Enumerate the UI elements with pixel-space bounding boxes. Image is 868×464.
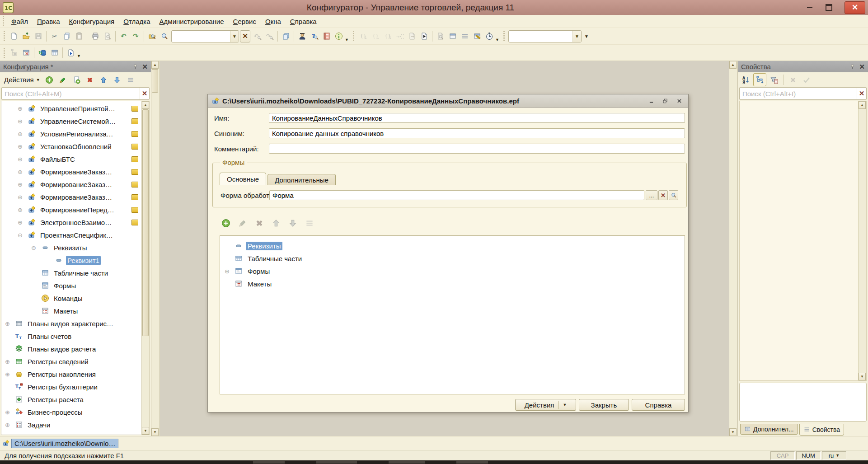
dialog-maximize-button[interactable] (660, 97, 671, 106)
doc-play-button[interactable] (65, 47, 77, 59)
expand-icon[interactable]: ⊕ (17, 105, 28, 112)
tree-item-формированиеперед-[interactable]: ⊕ФормированиеПеред… (1, 203, 142, 216)
window-1-button[interactable] (446, 30, 459, 42)
synonym-field[interactable] (269, 128, 685, 138)
menu-item-правка[interactable]: Правка (33, 16, 65, 27)
tab-additional-forms[interactable]: Дополнительные (267, 174, 336, 185)
menu-item-администрирование[interactable]: Администрирование (155, 16, 229, 27)
expand-icon[interactable]: ⊕ (17, 219, 28, 226)
scroll-down-icon[interactable]: ▼ (142, 427, 149, 435)
doc-find-button[interactable] (434, 30, 446, 42)
expand-icon[interactable]: ⊕ (17, 194, 28, 201)
toolbar-grip[interactable] (502, 31, 506, 41)
expand-icon[interactable]: ⊕ (17, 131, 28, 137)
doc-format-button[interactable] (418, 30, 430, 42)
mdi-vscrollbar-right[interactable]: ▲ ▼ (729, 61, 737, 436)
expand-icon[interactable]: ⊕ (17, 118, 28, 125)
context-combobox[interactable]: ▼ (508, 30, 582, 42)
object-list-item-формы[interactable]: ⊕Формы (220, 265, 685, 277)
mdi-vscrollbar-left[interactable]: ▲ ▼ (151, 61, 160, 436)
expand-icon[interactable]: ⊕ (4, 409, 15, 416)
syntax-check-button[interactable] (296, 30, 308, 42)
tree-item-планы-счетов[interactable]: ТтПланы счетов (1, 330, 142, 342)
scrollbar-thumb[interactable] (142, 109, 149, 336)
menu-item-отладка[interactable]: Отладка (119, 16, 155, 27)
tree-item-регистры-сведений[interactable]: ⊕Регистры сведений (1, 355, 142, 368)
tree-scrollbar[interactable]: ▲ ▼ (141, 101, 150, 435)
tree-item-бизнес-процессы[interactable]: ⊕Бизнес-процессы (1, 406, 142, 418)
tree-item-регистры-бухгалтерии[interactable]: ТтРегистры бухгалтерии (1, 380, 142, 393)
expand-icon[interactable]: ⊕ (4, 320, 15, 327)
close-dialog-button[interactable]: Закрыть (579, 399, 629, 411)
tree-item-макеты[interactable]: Макеты (1, 305, 142, 317)
order-list-button[interactable] (125, 74, 137, 86)
scroll-down-icon[interactable]: ▼ (859, 373, 866, 380)
object-list-item-макеты[interactable]: Макеты (220, 277, 685, 290)
expand-icon[interactable]: ⊕ (225, 268, 235, 275)
find-next-button[interactable]: ↷ (263, 30, 276, 42)
object-list-item-табличные-части[interactable]: Табличные части (220, 252, 685, 265)
tree-item-планы-видов-расчета[interactable]: Планы видов расчета (1, 342, 142, 355)
win-table-button[interactable] (48, 47, 61, 59)
delete-button[interactable] (84, 74, 96, 86)
struct-button[interactable] (8, 47, 20, 59)
menu-item-окна[interactable]: Окна (261, 16, 286, 27)
timer-button[interactable] (483, 30, 495, 42)
tree-item-регистры-расчета[interactable]: Регистры расчета (1, 393, 142, 406)
window-2-button[interactable] (459, 30, 471, 42)
apply-check-button[interactable] (800, 74, 812, 86)
movedown-button[interactable] (111, 74, 123, 86)
chevron-down-icon[interactable]: ▼ (495, 37, 501, 42)
cut-button[interactable]: ✂ (48, 30, 61, 42)
find-prev-button[interactable]: ↶ (251, 30, 263, 42)
scroll-up-icon[interactable]: ▲ (859, 101, 866, 109)
processor-form-field[interactable] (269, 190, 644, 200)
brace-right-button[interactable]: →{} (394, 30, 406, 42)
expand-icon[interactable]: ⊕ (17, 206, 28, 213)
scroll-up-icon[interactable]: ▲ (142, 101, 149, 109)
dialog-close-button[interactable] (674, 97, 685, 106)
redo-button[interactable]: ↷ (130, 30, 142, 42)
tree-item-управлениепринятой-[interactable]: ⊕УправлениеПринятой… (1, 102, 142, 115)
tab-properties[interactable]: Свойства (799, 424, 844, 436)
search-combobox-input[interactable] (172, 32, 230, 41)
window-tab-processor[interactable]: C:\Users\iurii.mozheiko\Downlo… (2, 439, 118, 448)
object-list-item-реквизиты[interactable]: Реквизиты (220, 239, 685, 252)
brace-down3-button[interactable]: {}↓ (381, 30, 394, 42)
tree-item-формированиезаказ-[interactable]: ⊕ФормированиеЗаказ… (1, 165, 142, 178)
add-button[interactable] (43, 74, 56, 86)
dialog-actions-button[interactable]: Действия▼ (515, 399, 576, 411)
menu-grip[interactable] (2, 16, 5, 26)
syntax-helper-button[interactable] (320, 30, 333, 42)
delete-button[interactable] (253, 217, 265, 229)
menu-item-конфигурация[interactable]: Конфигурация (65, 16, 119, 27)
moveup-button[interactable] (270, 217, 282, 229)
undo-button[interactable]: ↶ (117, 30, 130, 42)
chevron-down-icon[interactable]: ▼ (345, 37, 350, 42)
help-search-button[interactable]: ? (308, 30, 320, 42)
tree-item-регистры-накопления[interactable]: ⊕Регистры накопления (1, 368, 142, 380)
tree-item-проектнаяспецифик-[interactable]: ⊖ПроектнаяСпецифик… (1, 229, 142, 241)
scroll-up-icon[interactable]: ▲ (151, 61, 159, 69)
expand-icon[interactable]: ⊕ (4, 422, 15, 428)
comment-field[interactable] (269, 144, 685, 154)
tree-item-формированиезаказ-[interactable]: ⊕ФормированиеЗаказ… (1, 178, 142, 191)
panel-close-icon[interactable]: ✕ (859, 63, 865, 71)
tree-item-табличные-части[interactable]: Табличные части (1, 267, 142, 279)
moveup-button[interactable] (98, 74, 110, 86)
tree-item-планы-видов-характерис-[interactable]: ⊕Планы видов характерис… (1, 317, 142, 330)
tree-view-button[interactable] (753, 73, 766, 86)
cancel-x-button[interactable] (787, 74, 799, 86)
tree-item-файлыбтс[interactable]: ⊕ФайлыБТС (1, 153, 142, 165)
collapse-icon[interactable]: ⊖ (30, 244, 41, 251)
toolbar-grip[interactable] (3, 48, 6, 58)
actions-menu-button[interactable]: Действия▼ (2, 76, 42, 84)
scroll-down-icon[interactable]: ▼ (729, 428, 737, 436)
toolbar-grip[interactable] (3, 31, 6, 41)
name-field[interactable] (269, 113, 685, 123)
scrollbar-thumb[interactable] (152, 69, 158, 93)
toolbar-overflow-icon[interactable]: ▼ (584, 34, 589, 39)
tree-item-электронноевзаимо-[interactable]: ⊕ЭлектронноеВзаимо… (1, 216, 142, 229)
clear-search-icon[interactable]: ✕ (140, 88, 149, 99)
save-button[interactable] (32, 30, 44, 42)
